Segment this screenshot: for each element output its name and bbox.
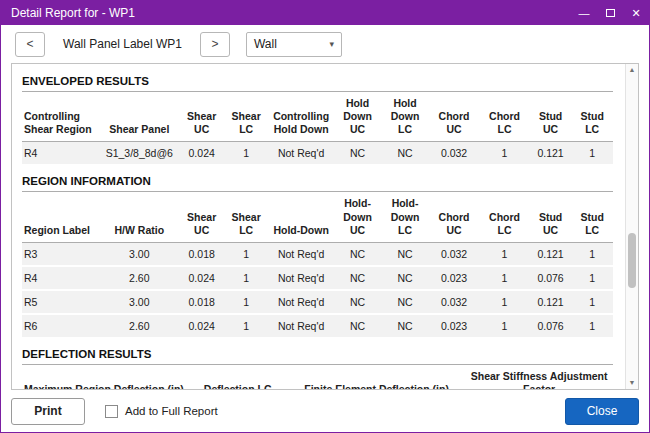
region-information-table: Region LabelH/W RatioShear UCShear LCHol…: [22, 192, 613, 338]
table-cell: 0.121: [530, 290, 572, 314]
add-to-full-report-checkbox[interactable]: [105, 405, 118, 418]
table-cell: 0.024: [179, 142, 224, 166]
title-bar[interactable]: Detail Report for - WP1 — ✕: [1, 1, 649, 25]
table-cell: R5: [22, 290, 99, 314]
table-row: R62.600.0241Not Req'dNCNC0.02310.0761: [22, 314, 613, 338]
table-cell: 0.024: [179, 314, 224, 338]
table-cell: NC: [334, 266, 382, 290]
column-header: Hold-Down UC: [334, 192, 382, 242]
table-cell: S1_3/8_8d@6: [99, 142, 179, 166]
view-dropdown[interactable]: Wall ▾: [246, 32, 342, 57]
table-cell: 0.121: [530, 242, 572, 266]
scroll-down-icon[interactable]: ▼: [629, 379, 636, 387]
table-row: R42.600.0241Not Req'dNCNC0.02310.0761: [22, 266, 613, 290]
column-header: Chord UC: [429, 92, 479, 142]
column-header: Stud LC: [571, 92, 613, 142]
table-cell: 1: [224, 290, 269, 314]
close-icon[interactable]: ✕: [623, 1, 649, 25]
detail-report-dialog: Detail Report for - WP1 — ✕ < Wall Panel…: [0, 0, 650, 433]
table-cell: 0.024: [179, 266, 224, 290]
toolbar: < Wall Panel Label WP1 > Wall ▾: [1, 25, 649, 63]
column-header: Chord UC: [429, 192, 479, 242]
table-row: R4S1_3/8_8d@60.0241Not Req'dNCNC0.03210.…: [22, 142, 613, 166]
table-cell: 3.00: [99, 290, 179, 314]
table-cell: 0.076: [530, 266, 572, 290]
column-header: Finite Element Deflection (in): [288, 365, 465, 389]
table-cell: NC: [334, 314, 382, 338]
table-cell: 0.018: [179, 242, 224, 266]
table-cell: R4: [22, 266, 99, 290]
maximize-icon[interactable]: [597, 1, 623, 25]
column-header: Shear LC: [224, 92, 269, 142]
vertical-scrollbar[interactable]: ▲ ▼: [625, 64, 638, 389]
chevron-down-icon: ▾: [329, 39, 334, 49]
wall-panel-label: Wall Panel Label WP1: [63, 37, 182, 51]
previous-panel-button[interactable]: <: [15, 32, 45, 57]
report-content: ENVELOPED RESULTS Controlling Shear Regi…: [11, 63, 639, 390]
scrollbar-thumb[interactable]: [628, 233, 636, 288]
column-header: Maximum Region Deflection (in): [22, 365, 187, 389]
table-cell: NC: [381, 266, 429, 290]
column-header: Controlling Hold Down: [268, 92, 333, 142]
table-cell: NC: [381, 290, 429, 314]
table-cell: NC: [334, 290, 382, 314]
close-button[interactable]: Close: [565, 398, 639, 425]
column-header: Region Label: [22, 192, 99, 242]
table-cell: R6: [22, 314, 99, 338]
report-body: ENVELOPED RESULTS Controlling Shear Regi…: [12, 64, 625, 389]
table-header-row: Maximum Region Deflection (in)Deflection…: [22, 365, 613, 389]
table-cell: NC: [334, 242, 382, 266]
minimize-icon[interactable]: —: [571, 1, 597, 25]
table-header-row: Controlling Shear RegionShear PanelShear…: [22, 92, 613, 142]
table-cell: NC: [381, 314, 429, 338]
table-cell: 1: [224, 242, 269, 266]
table-cell: Not Req'd: [268, 266, 333, 290]
table-cell: NC: [334, 142, 382, 166]
table-cell: 1: [571, 290, 613, 314]
table-cell: 1: [224, 314, 269, 338]
table-cell: 1: [571, 266, 613, 290]
table-row: R53.000.0181Not Req'dNCNC0.03210.1211: [22, 290, 613, 314]
table-cell: 1: [479, 266, 529, 290]
section-title-deflection-results: DEFLECTION RESULTS: [22, 339, 613, 365]
table-cell: NC: [381, 142, 429, 166]
table-row: R33.000.0181Not Req'dNCNC0.03210.1211: [22, 242, 613, 266]
column-header: H/W Ratio: [99, 192, 179, 242]
next-panel-button[interactable]: >: [200, 32, 230, 57]
table-cell: 1: [224, 142, 269, 166]
print-button[interactable]: Print: [11, 398, 85, 425]
column-header: Hold Down UC: [334, 92, 382, 142]
column-header: Shear UC: [179, 192, 224, 242]
dialog-footer: Print Add to Full Report Close: [1, 390, 649, 432]
table-cell: 1: [571, 242, 613, 266]
chevron-right-icon: >: [211, 37, 218, 51]
column-header: Shear UC: [179, 92, 224, 142]
column-header: Hold Down LC: [381, 92, 429, 142]
view-dropdown-value: Wall: [254, 37, 277, 51]
column-header: Deflection LC: [187, 365, 287, 389]
table-cell: 2.60: [99, 266, 179, 290]
table-cell: 1: [479, 242, 529, 266]
table-cell: NC: [381, 242, 429, 266]
table-header-row: Region LabelH/W RatioShear UCShear LCHol…: [22, 192, 613, 242]
table-cell: 1: [571, 314, 613, 338]
add-to-full-report-label: Add to Full Report: [125, 405, 218, 417]
column-header: Shear LC: [224, 192, 269, 242]
table-cell: R4: [22, 142, 99, 166]
table-cell: 1: [224, 266, 269, 290]
table-cell: 1: [571, 142, 613, 166]
table-cell: 0.032: [429, 242, 479, 266]
add-to-full-report-option[interactable]: Add to Full Report: [105, 405, 218, 418]
column-header: Hold-Down: [268, 192, 333, 242]
column-header: Stud UC: [530, 192, 572, 242]
table-cell: 0.121: [530, 142, 572, 166]
column-header: Controlling Shear Region: [22, 92, 99, 142]
column-header: Shear Panel: [99, 92, 179, 142]
column-header: Shear Stiffness Adjustment Factor: [465, 365, 613, 389]
table-cell: R3: [22, 242, 99, 266]
table-cell: 0.018: [179, 290, 224, 314]
section-title-enveloped-results: ENVELOPED RESULTS: [22, 66, 613, 92]
scroll-up-icon[interactable]: ▲: [629, 66, 636, 74]
table-cell: 1: [479, 290, 529, 314]
table-cell: 0.023: [429, 266, 479, 290]
